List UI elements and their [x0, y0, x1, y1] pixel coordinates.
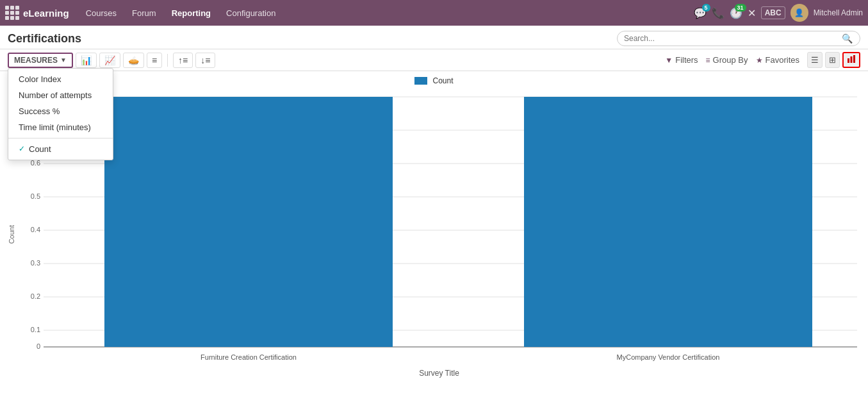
- pie-chart-button[interactable]: 🥧: [123, 53, 144, 68]
- search-input[interactable]: [624, 34, 842, 43]
- dropdown-divider: [8, 138, 113, 139]
- svg-text:0.2: 0.2: [31, 292, 40, 300]
- nav-courses[interactable]: Courses: [79, 4, 123, 22]
- svg-text:0.5: 0.5: [31, 192, 40, 200]
- user-name: Mitchell Admin: [814, 8, 863, 17]
- svg-text:0.6: 0.6: [31, 159, 40, 167]
- grid-view-button[interactable]: ⊞: [825, 52, 840, 68]
- favorites-label: Favorites: [766, 55, 799, 65]
- measure-count[interactable]: ✓ Count: [8, 141, 113, 157]
- abc-label: ABC: [761, 6, 785, 19]
- nav-reporting[interactable]: Reporting: [165, 4, 217, 22]
- clock-icon[interactable]: 🕐 31: [730, 7, 742, 19]
- measures-dropdown-container: MEASURES ▼ Color Index Number of attempt…: [8, 53, 73, 68]
- line-chart-button[interactable]: 📈: [99, 53, 120, 68]
- measure-success[interactable]: Success %: [8, 103, 113, 119]
- favorites-button[interactable]: ★ Favorites: [756, 55, 799, 65]
- legend-label: Count: [432, 76, 453, 85]
- app-grid-icon[interactable]: [5, 6, 19, 20]
- chart-svg: 0.8 0.7 0.6 0.5 0.4 0.3 0.2 0.1 0 Furnit…: [18, 90, 860, 366]
- toolbar-divider: [167, 54, 168, 67]
- filters-label: Filters: [675, 55, 698, 65]
- caret-icon: ▼: [60, 56, 67, 63]
- svg-text:0.4: 0.4: [31, 226, 40, 233]
- svg-text:MyCompany Vendor Certification: MyCompany Vendor Certification: [617, 353, 720, 361]
- measures-dropdown: Color Index Number of attempts Success %…: [8, 68, 113, 160]
- pie-chart-icon: 🥧: [128, 55, 139, 65]
- chat-icon[interactable]: 💬 5: [694, 7, 707, 19]
- groupby-button[interactable]: ≡ Group By: [706, 55, 748, 65]
- stack-icon: ≡: [152, 55, 157, 65]
- search-icon[interactable]: 🔍: [842, 33, 853, 44]
- brand: eLearning: [5, 6, 69, 20]
- clock-badge: 31: [735, 4, 746, 12]
- chat-badge: 5: [702, 4, 710, 12]
- chart-view-icon: [847, 55, 856, 63]
- chart-view-button[interactable]: [842, 52, 860, 68]
- search-bar: 🔍: [617, 31, 860, 46]
- measure-time-limit[interactable]: Time limit (minutes): [8, 119, 113, 135]
- phone-icon[interactable]: 📞: [712, 7, 725, 19]
- svg-text:Furniture Creation Certificati: Furniture Creation Certification: [201, 353, 297, 361]
- check-icon: ✓: [19, 144, 25, 153]
- y-axis-label: Count: [8, 225, 15, 244]
- nav-configuration[interactable]: Configuration: [220, 4, 282, 22]
- filter-icon: ▼: [665, 56, 673, 65]
- svg-text:0.3: 0.3: [31, 259, 40, 267]
- measure-success-label: Success %: [19, 106, 60, 116]
- svg-rect-2: [853, 55, 855, 63]
- measure-number-of-attempts[interactable]: Number of attempts: [8, 87, 113, 103]
- asc-sort-icon: ↑≡: [178, 55, 188, 65]
- bar-chart-icon: 📊: [81, 55, 92, 65]
- filters-button[interactable]: ▼ Filters: [665, 55, 698, 65]
- measure-count-label: Count: [29, 144, 51, 154]
- bar-1: [104, 97, 393, 347]
- groupby-icon: ≡: [706, 56, 710, 65]
- measure-color-index-label: Color Index: [19, 74, 61, 84]
- navbar-right: 💬 5 📞 🕐 31 ✕ ABC 👤 Mitchell Admin: [694, 4, 863, 22]
- chart-wrapper: Count 0.8 0.7 0.6 0.5 0.4 0.3: [8, 90, 860, 379]
- measure-color-index[interactable]: Color Index: [8, 71, 113, 87]
- toolbar-right: ▼ Filters ≡ Group By ★ Favorites ☰ ⊞: [665, 52, 860, 68]
- toolbar: MEASURES ▼ Color Index Number of attempt…: [0, 49, 868, 71]
- nav-forum[interactable]: Forum: [126, 4, 163, 22]
- chart-area: Count Count 0.8 0.7 0.6 0.5: [0, 71, 868, 398]
- legend-color-swatch: [414, 77, 427, 85]
- page-header: Certifications 🔍: [0, 26, 868, 49]
- measure-attempts-label: Number of attempts: [19, 90, 92, 100]
- page-title: Certifications: [8, 32, 612, 46]
- close-icon[interactable]: ✕: [748, 7, 756, 19]
- chart-legend: Count: [8, 76, 860, 85]
- list-view-button[interactable]: ☰: [807, 52, 823, 68]
- svg-rect-0: [848, 58, 849, 63]
- chart-inner: 0.8 0.7 0.6 0.5 0.4 0.3 0.2 0.1 0 Furnit…: [18, 90, 860, 379]
- desc-sort-button[interactable]: ↓≡: [195, 53, 215, 68]
- top-navbar: eLearning Courses Forum Reporting Config…: [0, 0, 868, 26]
- star-icon: ★: [756, 56, 763, 65]
- x-axis-title: Survey Title: [18, 369, 860, 378]
- avatar: 👤: [790, 4, 808, 22]
- stack-chart-button[interactable]: ≡: [147, 53, 162, 68]
- svg-text:0: 0: [37, 342, 40, 350]
- app-name: eLearning: [23, 8, 69, 19]
- svg-text:0.1: 0.1: [31, 326, 40, 333]
- line-chart-icon: 📈: [104, 55, 115, 65]
- desc-sort-icon: ↓≡: [201, 55, 210, 65]
- measures-button[interactable]: MEASURES ▼: [8, 53, 73, 68]
- measures-label: MEASURES: [14, 56, 58, 65]
- svg-rect-1: [851, 56, 853, 63]
- measure-time-label: Time limit (minutes): [19, 122, 91, 132]
- groupby-label: Group By: [713, 55, 748, 65]
- view-buttons: ☰ ⊞: [807, 52, 860, 68]
- bar-chart-button[interactable]: 📊: [76, 53, 97, 68]
- nav-links: Courses Forum Reporting Configuration: [79, 4, 694, 22]
- asc-sort-button[interactable]: ↑≡: [173, 53, 193, 68]
- bar-2: [524, 97, 812, 347]
